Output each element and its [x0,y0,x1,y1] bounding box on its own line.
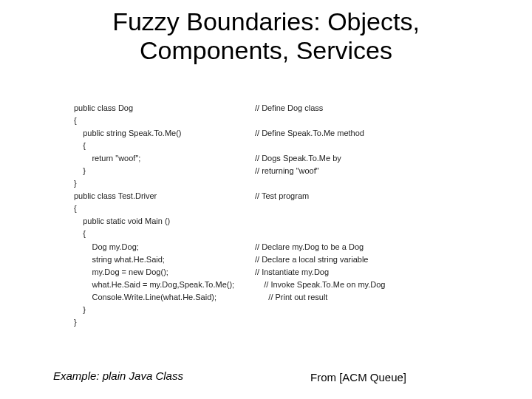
title-line-2: Components, Services [140,36,392,64]
code-text: my.Dog = new Dog(); [74,266,255,279]
code-text: public static void Main () [74,215,255,228]
code-comment: // Test program [255,190,309,202]
code-line: } [74,316,458,329]
code-comment: // Instantiate my.Dog [255,266,329,279]
slide-title: Fuzzy Boundaries: Objects, Components, S… [0,0,532,65]
code-comment: // Invoke Speak.To.Me on my.Dog [255,279,386,291]
code-text: { [74,228,255,240]
caption-example: Example: plain Java Class [53,369,183,382]
code-text: return "woof"; [74,152,255,165]
code-comment: // returning "woof" [255,165,319,177]
code-line: what.He.Said = my.Dog,Speak.To.Me(); // … [74,279,458,291]
code-line: { [74,202,458,215]
caption-source: From [ACM Queue] [310,371,406,383]
code-text: { [74,115,255,127]
code-line: public class Test.Driver// Test program [74,190,458,202]
code-text: public class Test.Driver [74,190,255,202]
code-comment: // Define Dog class [255,102,323,115]
code-comment: // Declare my.Dog to be a Dog [255,241,364,253]
code-text: Console.Write.Line(what.He.Said); [74,291,255,304]
code-text: public string Speak.To.Me() [74,127,255,140]
code-line: Console.Write.Line(what.He.Said); // Pri… [74,291,458,304]
code-line: { [74,140,458,152]
code-comment: // Print out result [255,291,327,304]
slide: Fuzzy Boundaries: Objects, Components, S… [0,0,532,399]
code-line: Dog my.Dog;// Declare my.Dog to be a Dog [74,241,458,253]
code-line: public string Speak.To.Me()// Define Spe… [74,127,458,140]
code-text: { [74,202,255,215]
code-line: }// returning "woof" [74,165,458,177]
code-block: public class Dog// Define Dog class{ pub… [74,102,458,329]
code-text: string what.He.Said; [74,253,255,266]
code-line: } [74,177,458,190]
code-line: my.Dog = new Dog();// Instantiate my.Dog [74,266,458,279]
code-line: string what.He.Said;// Declare a local s… [74,253,458,266]
code-comment: // Declare a local string variable [255,253,368,266]
code-line: return "woof";// Dogs Speak.To.Me by [74,152,458,165]
code-line: { [74,228,458,240]
code-line: { [74,115,458,127]
code-comment: // Define Speak.To.Me method [255,127,364,140]
code-text: what.He.Said = my.Dog,Speak.To.Me(); [74,279,255,291]
title-line-1: Fuzzy Boundaries: Objects, [112,7,420,35]
code-text: public class Dog [74,102,255,115]
code-text: } [74,316,255,329]
code-line: public class Dog// Define Dog class [74,102,458,115]
code-text: } [74,177,255,190]
code-line: } [74,304,458,316]
code-text: { [74,140,255,152]
code-text: } [74,165,255,177]
code-text: } [74,304,255,316]
code-line: public static void Main () [74,215,458,228]
code-comment: // Dogs Speak.To.Me by [255,152,341,165]
code-text: Dog my.Dog; [74,241,255,253]
